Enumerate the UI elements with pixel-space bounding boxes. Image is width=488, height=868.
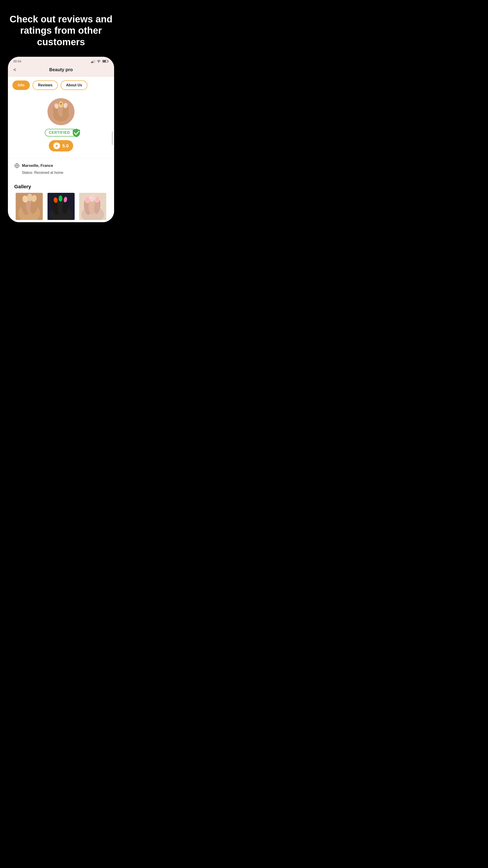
- svg-rect-2: [93, 60, 94, 63]
- gallery-thumb-3: [78, 193, 108, 220]
- back-button[interactable]: <: [13, 67, 16, 73]
- gallery-item-2[interactable]: [46, 193, 76, 220]
- svg-rect-3: [94, 60, 95, 63]
- avatar: [47, 98, 74, 125]
- location-row: Marseille, France: [14, 163, 108, 168]
- tab-reviews[interactable]: Reviews: [33, 81, 58, 90]
- location-icon: [14, 163, 20, 168]
- rating-badge: ★ 5.0: [49, 140, 73, 151]
- svg-point-21: [16, 165, 18, 166]
- status-bar: 00:04: [8, 57, 114, 65]
- gallery-item-1[interactable]: [14, 193, 44, 220]
- svg-point-58: [91, 197, 92, 198]
- tab-bar: Info Reviews About Us: [8, 77, 114, 94]
- certified-shield-icon: [71, 128, 81, 138]
- svg-rect-0: [91, 62, 92, 63]
- svg-point-17: [57, 105, 58, 106]
- wifi-icon: [96, 59, 101, 63]
- svg-point-55: [90, 195, 94, 201]
- gallery-section: Gallery: [8, 179, 114, 222]
- status-icons: [91, 59, 109, 63]
- battery-icon: [102, 59, 109, 63]
- tab-about[interactable]: About Us: [61, 81, 88, 90]
- location-text: Marseille, France: [22, 163, 53, 168]
- svg-rect-1: [92, 61, 93, 63]
- app-title: Beauty pro: [49, 67, 73, 72]
- svg-point-18: [64, 105, 65, 106]
- gallery-item-3[interactable]: [78, 193, 108, 220]
- status-text: Status: Received at home: [22, 170, 108, 175]
- svg-point-19: [59, 105, 60, 105]
- scroll-indicator: [112, 131, 113, 145]
- rating-star-icon: ★: [53, 143, 60, 149]
- signal-icon: [91, 59, 95, 63]
- svg-point-34: [23, 198, 25, 199]
- phone-mockup: 00:04: [0, 57, 122, 231]
- gallery-thumb-2: [46, 193, 76, 220]
- certified-badge: CERTIFIED: [45, 129, 77, 136]
- svg-rect-7: [108, 61, 108, 62]
- profile-section: CERTIFIED ★ 5.0: [8, 94, 114, 158]
- svg-rect-6: [103, 61, 106, 62]
- status-time: 00:04: [13, 59, 21, 63]
- phone-body: 00:04: [8, 57, 114, 222]
- gallery-thumb-1: [14, 193, 44, 220]
- svg-point-44: [59, 195, 62, 202]
- gallery-grid: [14, 193, 108, 220]
- tab-info[interactable]: Info: [12, 81, 30, 90]
- hero-heading: Check out reviews and ratings from other…: [0, 0, 122, 57]
- svg-point-4: [98, 62, 99, 63]
- app-header: < Beauty pro: [8, 65, 114, 77]
- profile-image: [47, 98, 74, 125]
- svg-point-59: [93, 198, 94, 199]
- svg-point-35: [31, 197, 33, 198]
- rating-value: 5.0: [62, 143, 69, 149]
- info-section: Marseille, France Status: Received at ho…: [8, 158, 114, 179]
- gallery-title: Gallery: [14, 184, 108, 190]
